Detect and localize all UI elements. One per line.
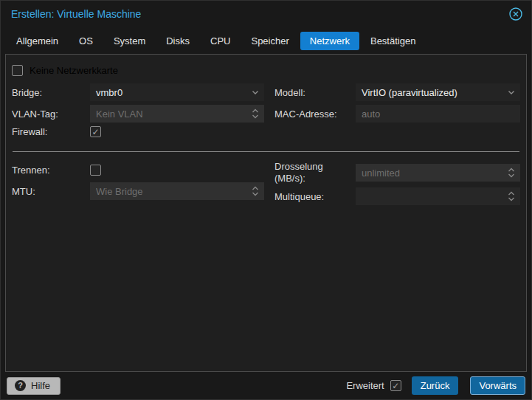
bridge-label: Bridge: [12, 87, 90, 98]
spinner-up-down-icon [246, 105, 264, 123]
bridge-combobox[interactable]: vmbr0 [90, 83, 264, 101]
mtu-spinner [90, 182, 264, 200]
dialog-footer: ? Hilfe Erweitert Zurück Vorwärts [1, 372, 531, 399]
spinner-up-down-icon[interactable] [502, 187, 520, 205]
bridge-value: vmbr0 [90, 87, 246, 98]
vlan-tag-label: VLAN-Tag: [12, 108, 90, 120]
tab-disks[interactable]: Disks [156, 32, 199, 50]
spinner-up-down-icon [246, 182, 264, 200]
tab-speicher[interactable]: Speicher [241, 32, 298, 50]
mtu-input [90, 182, 246, 200]
vlan-tag-spinner [90, 105, 264, 123]
vlan-tag-input [90, 105, 246, 123]
model-label: Modell: [274, 87, 356, 98]
firewall-checkbox[interactable] [90, 126, 101, 137]
mac-address-label: MAC-Adresse: [274, 108, 356, 120]
model-value: VirtIO (paravirtualized) [356, 87, 502, 98]
mtu-label: MTU: [12, 186, 90, 197]
disconnect-label: Trennen: [12, 165, 90, 176]
model-combobox[interactable]: VirtIO (paravirtualized) [356, 83, 520, 101]
dialog-title: Erstellen: Virtuelle Maschine [11, 8, 508, 20]
tab-cpu[interactable]: CPU [201, 32, 240, 50]
multiqueue-spinner[interactable] [356, 187, 520, 205]
disconnect-checkbox[interactable] [90, 165, 101, 176]
multiqueue-input[interactable] [356, 187, 502, 205]
chevron-down-icon[interactable] [246, 83, 264, 101]
advanced-section-divider [13, 151, 519, 152]
tab-allgemein[interactable]: Allgemein [7, 32, 68, 50]
help-question-icon: ? [15, 380, 26, 391]
tab-netzwerk[interactable]: Netzwerk [300, 32, 359, 50]
tab-system[interactable]: System [104, 32, 155, 50]
rate-limit-input [356, 164, 502, 182]
advanced-checkbox[interactable] [390, 380, 401, 391]
network-form-panel: Keine Netzwerkkarte Bridge: vmbr0 VLAN-T… [5, 54, 527, 372]
chevron-down-icon[interactable] [502, 83, 520, 101]
wizard-tabbar: Allgemein OS System Disks CPU Speicher N… [1, 27, 531, 54]
create-vm-dialog: Erstellen: Virtuelle Maschine Allgemein … [0, 0, 532, 400]
firewall-label: Firewall: [12, 126, 90, 137]
tab-os[interactable]: OS [69, 32, 103, 50]
close-icon [508, 7, 523, 21]
close-button[interactable] [508, 6, 524, 22]
mac-address-field[interactable] [356, 105, 520, 123]
dialog-titlebar: Erstellen: Virtuelle Maschine [1, 1, 531, 27]
tab-bestaetigen[interactable]: Bestätigen [361, 32, 425, 50]
advanced-label: Erweitert [346, 380, 384, 391]
next-button[interactable]: Vorwärts [470, 376, 525, 395]
no-network-card-checkbox[interactable] [12, 65, 23, 76]
help-button[interactable]: ? Hilfe [7, 377, 61, 395]
back-button[interactable]: Zurück [412, 376, 459, 395]
no-network-card-label: Keine Netzwerkkarte [30, 65, 118, 76]
multiqueue-label: Multiqueue: [274, 191, 356, 202]
help-button-label: Hilfe [31, 380, 50, 391]
rate-limit-label: Drosselung (MB/s): [274, 161, 356, 185]
rate-limit-spinner [356, 164, 520, 182]
mac-address-input[interactable] [356, 105, 520, 123]
spinner-up-down-icon [502, 164, 520, 182]
